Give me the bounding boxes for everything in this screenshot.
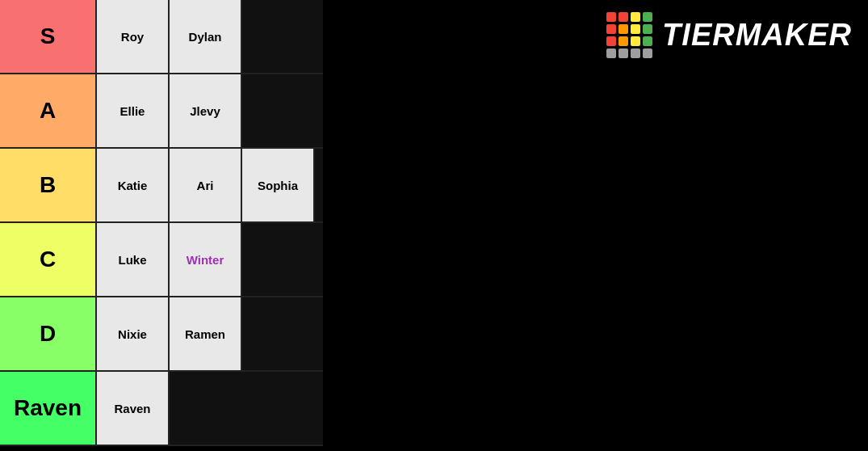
logo-dot-1 [619, 12, 628, 22]
tier-row-d: DNixieRamen [0, 297, 323, 372]
logo-dot-6 [631, 24, 640, 34]
tier-item-katie[interactable]: Katie [97, 149, 170, 221]
tier-items-c: LukeWinter [97, 223, 242, 296]
tier-label-b: B [0, 149, 97, 221]
tier-item-ellie[interactable]: Ellie [97, 74, 170, 147]
tier-label-d: D [0, 297, 97, 370]
logo-dot-3 [643, 12, 652, 22]
logo-dot-7 [643, 24, 652, 34]
tier-label-a: A [0, 74, 97, 147]
logo-dot-15 [643, 48, 652, 58]
logo-dot-0 [606, 12, 616, 22]
logo-text: TiERMAKER [662, 18, 852, 53]
tier-item-roy[interactable]: Roy [97, 0, 170, 73]
tier-table: SRoyDylanAEllieJlevyBKatieAriSophiaCLuke… [0, 0, 323, 451]
logo-dot-13 [619, 48, 628, 58]
tier-row-a: AEllieJlevy [0, 74, 323, 149]
logo-dot-12 [606, 48, 616, 58]
logo-grid-icon [606, 12, 652, 58]
tier-item-jlevy[interactable]: Jlevy [170, 74, 242, 147]
tier-item-ramen[interactable]: Ramen [170, 297, 242, 370]
tier-empty-d [242, 297, 323, 370]
logo-dot-4 [606, 24, 616, 34]
logo-dot-2 [631, 12, 640, 22]
tier-row-raven: RavenRaven [0, 372, 323, 446]
tier-empty-c [242, 223, 323, 296]
app-container: SRoyDylanAEllieJlevyBKatieAriSophiaCLuke… [0, 0, 868, 451]
tier-empty-s [242, 0, 323, 73]
tier-item-ari[interactable]: Ari [170, 149, 242, 221]
tier-row-b: BKatieAriSophia [0, 149, 323, 223]
tier-item-dylan[interactable]: Dylan [170, 0, 242, 73]
tier-items-b: KatieAriSophia [97, 149, 315, 221]
tier-items-d: NixieRamen [97, 297, 242, 370]
logo-dot-8 [606, 36, 616, 46]
tier-item-nixie[interactable]: Nixie [97, 297, 170, 370]
tier-empty-raven [170, 372, 323, 445]
tier-label-raven: Raven [0, 372, 97, 445]
tier-item-raven[interactable]: Raven [97, 372, 170, 445]
tiermaker-logo: TiERMAKER [606, 12, 852, 58]
tier-item-sophia[interactable]: Sophia [242, 149, 315, 221]
tier-row-s: SRoyDylan [0, 0, 323, 74]
tier-item-luke[interactable]: Luke [97, 223, 170, 296]
tier-label-c: C [0, 223, 97, 296]
logo-dot-5 [619, 24, 628, 34]
logo-dot-11 [643, 36, 652, 46]
tier-label-s: S [0, 0, 97, 73]
tier-empty-b [315, 149, 323, 221]
tier-items-s: RoyDylan [97, 0, 242, 73]
logo-dot-9 [619, 36, 628, 46]
tier-items-a: EllieJlevy [97, 74, 242, 147]
tier-items-raven: Raven [97, 372, 170, 445]
logo-dot-10 [631, 36, 640, 46]
tier-item-winter[interactable]: Winter [170, 223, 242, 296]
logo-dot-14 [631, 48, 640, 58]
tier-row-c: CLukeWinter [0, 223, 323, 297]
logo-area: TiERMAKER [323, 0, 868, 451]
tier-empty-a [242, 74, 323, 147]
